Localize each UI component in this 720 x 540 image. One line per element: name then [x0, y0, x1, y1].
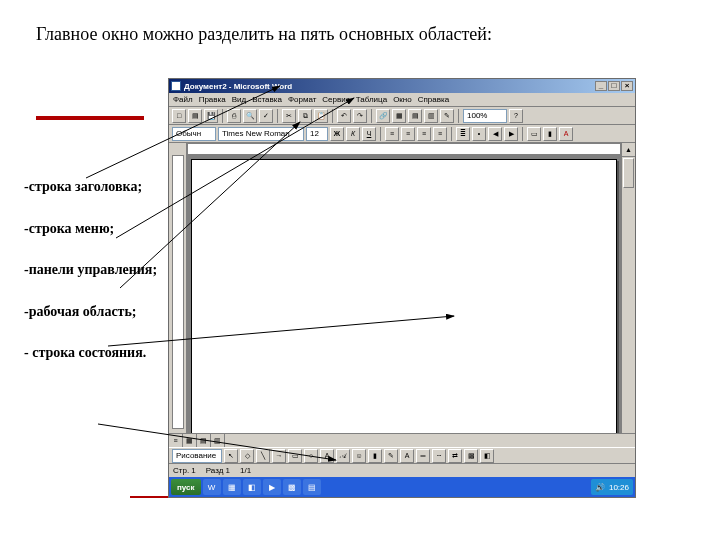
line-color-icon[interactable]: ✎: [384, 449, 398, 463]
task-item[interactable]: ▶: [263, 479, 281, 495]
print-icon[interactable]: ⎙: [227, 109, 241, 123]
fill-icon[interactable]: ▮: [368, 449, 382, 463]
redo-icon[interactable]: ↷: [353, 109, 367, 123]
separator: [458, 109, 459, 123]
menu-help[interactable]: Справка: [418, 95, 449, 104]
windows-taskbar[interactable]: пуск W ▦ ◧ ▶ ▩ ▤ 🔊 10:26: [169, 477, 635, 497]
rect-icon[interactable]: ▭: [288, 449, 302, 463]
status-pagecount: 1/1: [240, 466, 251, 475]
3d-icon[interactable]: ◧: [480, 449, 494, 463]
align-center-icon[interactable]: ≡: [401, 127, 415, 141]
textbox-icon[interactable]: A: [320, 449, 334, 463]
view-outline-icon[interactable]: ▥: [211, 434, 225, 447]
vertical-ruler[interactable]: [169, 143, 187, 433]
outdent-icon[interactable]: ◀: [488, 127, 502, 141]
copy-icon[interactable]: ⧉: [298, 109, 312, 123]
titlebar[interactable]: Документ2 - Microsoft Word _ □ ×: [169, 79, 635, 93]
arrow-icon[interactable]: →: [272, 449, 286, 463]
scroll-up-icon[interactable]: ▲: [622, 143, 635, 157]
task-item[interactable]: ▩: [283, 479, 301, 495]
zoom-combo[interactable]: 100%: [463, 109, 507, 123]
view-web-icon[interactable]: ▦: [183, 434, 197, 447]
close-button[interactable]: ×: [621, 81, 633, 91]
horizontal-scrollbar[interactable]: [225, 434, 635, 447]
align-left-icon[interactable]: ≡: [385, 127, 399, 141]
menu-edit[interactable]: Правка: [199, 95, 226, 104]
font-combo[interactable]: Times New Roman: [218, 127, 304, 141]
highlight-icon[interactable]: ▮: [543, 127, 557, 141]
drawing-icon[interactable]: ✎: [440, 109, 454, 123]
help-icon[interactable]: ?: [509, 109, 523, 123]
separator: [222, 109, 223, 123]
window-title: Документ2 - Microsoft Word: [184, 82, 292, 91]
table-icon[interactable]: ▦: [392, 109, 406, 123]
align-right-icon[interactable]: ≡: [417, 127, 431, 141]
menu-format[interactable]: Формат: [288, 95, 316, 104]
italic-icon[interactable]: К: [346, 127, 360, 141]
divider-top: [36, 116, 144, 120]
draw-menu[interactable]: Рисование: [172, 449, 222, 463]
tray-icon[interactable]: 🔊: [595, 483, 605, 492]
font-color2-icon[interactable]: A: [400, 449, 414, 463]
numbering-icon[interactable]: ≣: [456, 127, 470, 141]
oval-icon[interactable]: ○: [304, 449, 318, 463]
horizontal-ruler[interactable]: [187, 143, 621, 155]
wordart-icon[interactable]: 𝒜: [336, 449, 350, 463]
arrows-icon[interactable]: ⇄: [448, 449, 462, 463]
save-icon[interactable]: 💾: [204, 109, 218, 123]
excel-icon[interactable]: ▤: [408, 109, 422, 123]
autoshapes-icon[interactable]: ◇: [240, 449, 254, 463]
minimize-button[interactable]: _: [595, 81, 607, 91]
menu-table[interactable]: Таблица: [356, 95, 387, 104]
open-icon[interactable]: ▤: [188, 109, 202, 123]
underline-icon[interactable]: Ч: [362, 127, 376, 141]
callout-menubar: -строка меню;: [24, 220, 164, 238]
divider-bottom: [130, 496, 170, 498]
menu-view[interactable]: Вид: [232, 95, 246, 104]
line-style-icon[interactable]: ═: [416, 449, 430, 463]
workspace[interactable]: ▲: [169, 143, 635, 433]
font-color-icon[interactable]: A: [559, 127, 573, 141]
preview-icon[interactable]: 🔍: [243, 109, 257, 123]
cut-icon[interactable]: ✂: [282, 109, 296, 123]
dash-icon[interactable]: ┄: [432, 449, 446, 463]
vertical-scrollbar[interactable]: ▲: [621, 143, 635, 433]
view-print-icon[interactable]: ▤: [197, 434, 211, 447]
line-icon[interactable]: ╲: [256, 449, 270, 463]
spell-icon[interactable]: ✓: [259, 109, 273, 123]
app-icon: [171, 81, 181, 91]
menu-file[interactable]: Файл: [173, 95, 193, 104]
paste-icon[interactable]: 📋: [314, 109, 328, 123]
menu-tools[interactable]: Сервис: [322, 95, 349, 104]
columns-icon[interactable]: ▥: [424, 109, 438, 123]
bullets-icon[interactable]: •: [472, 127, 486, 141]
document-page[interactable]: [191, 159, 617, 433]
start-button[interactable]: пуск: [171, 479, 201, 495]
task-item[interactable]: ◧: [243, 479, 261, 495]
separator: [371, 109, 372, 123]
border-icon[interactable]: ▭: [527, 127, 541, 141]
task-item[interactable]: W: [203, 479, 221, 495]
maximize-button[interactable]: □: [608, 81, 620, 91]
shadow-icon[interactable]: ▩: [464, 449, 478, 463]
task-item[interactable]: ▤: [303, 479, 321, 495]
clipart-icon[interactable]: ☺: [352, 449, 366, 463]
bold-icon[interactable]: Ж: [330, 127, 344, 141]
menu-insert[interactable]: Вставка: [252, 95, 282, 104]
size-combo[interactable]: 12: [306, 127, 328, 141]
indent-icon[interactable]: ▶: [504, 127, 518, 141]
system-tray[interactable]: 🔊 10:26: [591, 479, 633, 495]
select-icon[interactable]: ↖: [224, 449, 238, 463]
task-item[interactable]: ▦: [223, 479, 241, 495]
menu-window[interactable]: Окно: [393, 95, 412, 104]
statusbar: Стр. 1 Разд 1 1/1: [169, 463, 635, 477]
scroll-thumb[interactable]: [623, 158, 634, 188]
menubar[interactable]: Файл Правка Вид Вставка Формат Сервис Та…: [169, 93, 635, 107]
style-combo[interactable]: Обычн: [172, 127, 216, 141]
view-normal-icon[interactable]: ≡: [169, 434, 183, 447]
link-icon[interactable]: 🔗: [376, 109, 390, 123]
new-icon[interactable]: □: [172, 109, 186, 123]
undo-icon[interactable]: ↶: [337, 109, 351, 123]
word-window: Документ2 - Microsoft Word _ □ × Файл Пр…: [168, 78, 636, 498]
align-justify-icon[interactable]: ≡: [433, 127, 447, 141]
